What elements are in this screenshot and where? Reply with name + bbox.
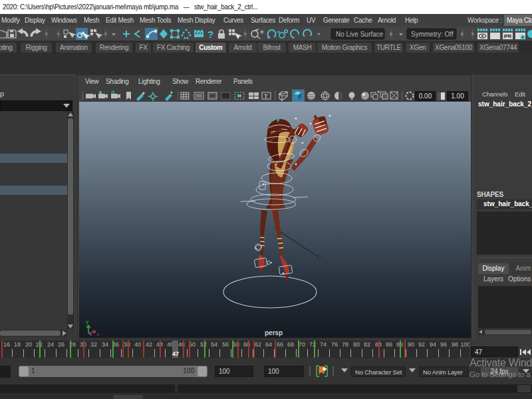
svg-text:Symmetry: Off: Symmetry: Off xyxy=(411,31,454,38)
svg-text:T: T xyxy=(264,93,268,100)
svg-text:?: ? xyxy=(207,29,213,40)
svg-text:persp: persp xyxy=(265,329,283,336)
svg-text:No Live Surface: No Live Surface xyxy=(336,31,384,38)
svg-text:x: x xyxy=(96,331,99,337)
svg-text:IPR: IPR xyxy=(504,34,512,39)
svg-text:y: y xyxy=(86,319,88,325)
